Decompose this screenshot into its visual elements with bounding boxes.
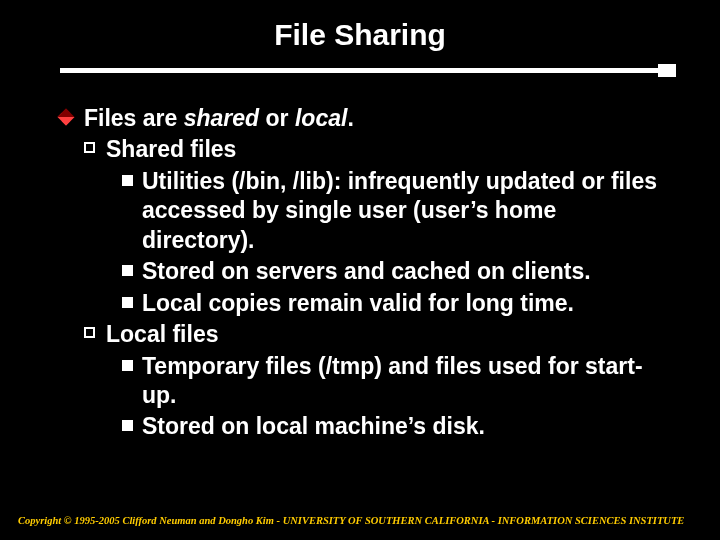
shared-bullet-1: Utilities (/bin, /lib): infrequently upd… [122,167,672,255]
local-bullet-1: Temporary files (/tmp) and files used fo… [122,352,672,411]
main-prefix: Files are [84,105,184,131]
local-label: Local files [106,321,218,347]
diamond-bullet-icon [58,109,75,126]
main-mid: or [259,105,295,131]
shared-b1-text: Utilities (/bin, /lib): infrequently upd… [142,168,657,253]
main-suffix: . [347,105,353,131]
main-text: Files are shared or local. [84,105,354,131]
shared-heading: Shared files [84,135,672,164]
local-b1-text: Temporary files (/tmp) and files used fo… [142,353,643,408]
rule-endcap [658,64,676,77]
rule-line [60,68,674,73]
solid-square-icon [122,420,133,431]
main-em-shared: shared [184,105,259,131]
footer-copyright: Copyright © 1995-2005 Clifford Neuman an… [18,515,684,526]
solid-square-icon [122,297,133,308]
hollow-square-icon [84,327,95,338]
slide: File Sharing Files are shared or local. … [0,0,720,540]
hollow-square-icon [84,142,95,153]
main-point: Files are shared or local. [60,104,672,133]
main-em-local: local [295,105,347,131]
title-rule [60,64,674,78]
shared-b3-text: Local copies remain valid for long time. [142,290,574,316]
shared-b2-text: Stored on servers and cached on clients. [142,258,591,284]
slide-title: File Sharing [0,0,720,64]
solid-square-icon [122,265,133,276]
content: Files are shared or local. Shared files … [0,78,720,442]
shared-bullet-2: Stored on servers and cached on clients. [122,257,672,286]
local-b2-text: Stored on local machine’s disk. [142,413,485,439]
solid-square-icon [122,175,133,186]
shared-bullet-3: Local copies remain valid for long time. [122,289,672,318]
local-heading: Local files [84,320,672,349]
shared-label: Shared files [106,136,236,162]
local-bullet-2: Stored on local machine’s disk. [122,412,672,441]
solid-square-icon [122,360,133,371]
